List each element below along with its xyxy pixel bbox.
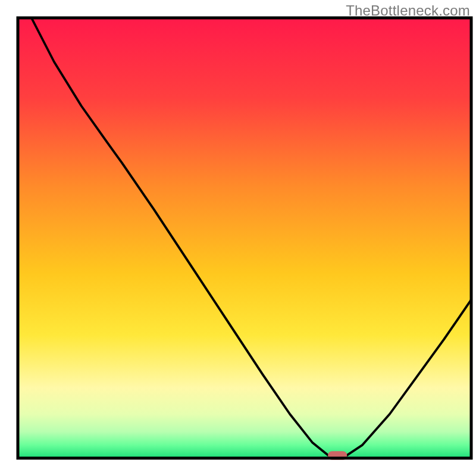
chart-background bbox=[18, 18, 471, 458]
bottleneck-chart bbox=[0, 0, 476, 476]
watermark-text: TheBottleneck.com bbox=[346, 2, 470, 19]
plot-area bbox=[18, 18, 471, 460]
chart-container: TheBottleneck.com bbox=[0, 0, 476, 476]
